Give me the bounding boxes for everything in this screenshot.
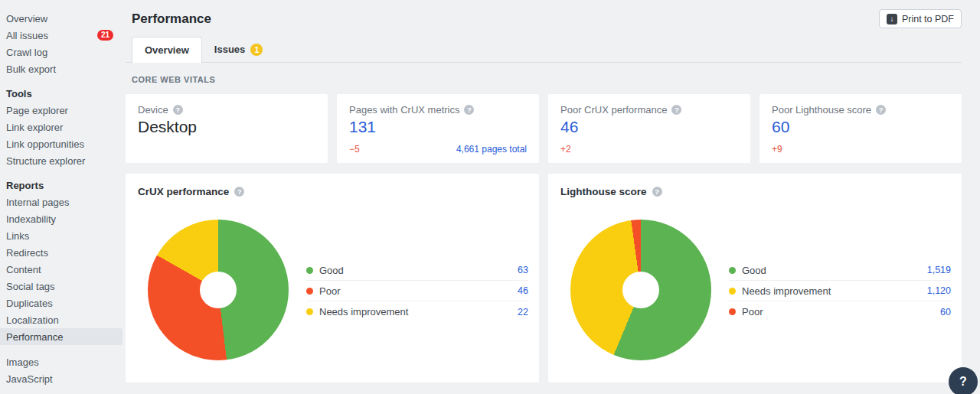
- stat-card-poor-lighthouse-score-value[interactable]: 60: [772, 118, 949, 136]
- page-title: Performance: [132, 11, 211, 27]
- delta-value: +9: [772, 144, 782, 155]
- sidebar-item-label: Social tags: [6, 281, 55, 292]
- sidebar-item-content[interactable]: Content: [0, 261, 122, 278]
- legend-dot-good: [306, 267, 313, 274]
- sidebar-item-label: Internal pages: [6, 197, 69, 208]
- crux-performance-chart-card: CrUX performance Good63Poor46Needs impro…: [126, 174, 539, 383]
- lighthouse-score-chart-title-row: Lighthouse score: [560, 186, 662, 197]
- legend-dot-needs-improvement: [729, 288, 736, 295]
- print-to-pdf-button[interactable]: Print to PDF: [879, 9, 962, 28]
- legend-value-link[interactable]: 46: [518, 285, 528, 296]
- core-web-vitals-section-label: CORE WEB VITALS: [132, 75, 962, 84]
- legend-value-link[interactable]: 1,120: [927, 285, 951, 296]
- sidebar-item-label: Duplicates: [6, 298, 53, 309]
- stat-cards-row: Device Desktop Pages with CrUX metrics 1…: [126, 94, 962, 163]
- help-circle-icon[interactable]: [464, 105, 474, 115]
- sidebar-group: ToolsPage explorerLink explorerLink oppo…: [0, 85, 122, 169]
- help-circle-icon[interactable]: [876, 105, 886, 115]
- lighthouse-score-donut[interactable]: [570, 220, 711, 360]
- help-button[interactable]: ?: [949, 367, 978, 394]
- help-circle-icon[interactable]: [234, 187, 244, 197]
- sidebar-item-images[interactable]: Images: [0, 353, 122, 370]
- legend-value-link[interactable]: 1,519: [927, 265, 951, 275]
- stat-card-poor-crux-performance-footer: +2: [560, 144, 738, 155]
- sidebar-item-indexability[interactable]: Indexability: [0, 210, 122, 227]
- legend-row-poor: Poor60: [729, 301, 951, 322]
- sidebar-section-header-tools: Tools: [0, 85, 122, 102]
- sidebar-item-javascript[interactable]: JavaScript: [0, 370, 122, 387]
- legend-label: Needs improvement: [742, 285, 831, 297]
- stat-card-device-value: Desktop: [138, 118, 315, 136]
- charts-row: CrUX performance Good63Poor46Needs impro…: [126, 174, 962, 383]
- legend-row-poor: Poor46: [306, 281, 528, 301]
- sidebar-item-label: Link opportunities: [6, 138, 84, 150]
- stat-card-poor-crux-performance-label: Poor CrUX performance: [560, 104, 667, 116]
- tab-bar: Overview Issues 1: [126, 37, 962, 63]
- stat-card-device-label: Device: [138, 104, 168, 116]
- sidebar-item-label: JavaScript: [6, 373, 53, 385]
- stat-card-device-label-row: Device: [138, 104, 315, 116]
- issues-count-badge: 1: [250, 44, 263, 56]
- crux-performance-chart-title-row: CrUX performance: [138, 186, 244, 197]
- stat-card-pages-with-crux-metrics-value[interactable]: 131: [349, 118, 527, 136]
- legend-row-needs-improvement: Needs improvement22: [306, 301, 528, 322]
- legend-value-link[interactable]: 22: [518, 307, 528, 317]
- legend-value-link[interactable]: 63: [518, 265, 528, 275]
- sidebar-item-label: Overview: [6, 13, 47, 24]
- sidebar-item-label: All issues: [6, 30, 48, 41]
- sidebar-item-page-explorer[interactable]: Page explorer: [0, 102, 122, 119]
- sidebar-item-redirects[interactable]: Redirects: [0, 244, 122, 261]
- legend-label: Poor: [319, 285, 340, 297]
- sidebar: OverviewAll issues21Crawl logBulk export…: [0, 0, 122, 387]
- sidebar-item-duplicates[interactable]: Duplicates: [0, 295, 122, 311]
- sidebar-item-bulk-export[interactable]: Bulk export: [0, 60, 122, 77]
- sidebar-item-performance[interactable]: Performance: [0, 328, 122, 345]
- tab-issues-label: Issues: [214, 44, 245, 55]
- sidebar-group: OverviewAll issues21Crawl logBulk export: [0, 10, 122, 77]
- lighthouse-score-chart-card: Lighthouse score Good1,519Needs improvem…: [548, 174, 962, 383]
- legend-dot-needs-improvement: [306, 308, 313, 315]
- help-circle-icon[interactable]: [173, 105, 183, 115]
- sidebar-item-links[interactable]: Links: [0, 227, 122, 244]
- delta-value: −5: [349, 144, 360, 155]
- pages-total-link[interactable]: 4,661 pages total: [456, 144, 527, 155]
- sidebar-group: ReportsInternal pagesIndexabilityLinksRe…: [0, 177, 122, 345]
- legend-dot-poor: [729, 308, 736, 315]
- stat-card-device: Device Desktop: [126, 94, 328, 163]
- stat-card-poor-crux-performance-value[interactable]: 46: [560, 118, 738, 136]
- all-issues-count-badge: 21: [97, 30, 113, 41]
- legend-label: Good: [742, 265, 766, 276]
- help-circle-icon[interactable]: [652, 187, 662, 197]
- legend-dot-good: [729, 267, 736, 274]
- sidebar-item-label: Localization: [6, 314, 59, 326]
- sidebar-item-crawl-log[interactable]: Crawl log: [0, 44, 122, 60]
- sidebar-item-link-explorer[interactable]: Link explorer: [0, 119, 122, 135]
- stat-card-pages-with-crux-metrics: Pages with CrUX metrics 131 −5 4,661 pag…: [337, 94, 539, 163]
- tab-issues[interactable]: Issues 1: [202, 37, 275, 62]
- legend-row-good: Good63: [306, 260, 528, 281]
- legend-value-link[interactable]: 60: [940, 307, 951, 317]
- sidebar-item-label: Structure explorer: [6, 155, 85, 167]
- sidebar-item-social-tags[interactable]: Social tags: [0, 278, 122, 295]
- stat-card-pages-with-crux-metrics-label: Pages with CrUX metrics: [349, 104, 459, 116]
- sidebar-item-label: Images: [6, 357, 39, 368]
- print-to-pdf-label: Print to PDF: [902, 14, 954, 24]
- sidebar-group: ImagesJavaScript: [0, 353, 122, 387]
- sidebar-item-internal-pages[interactable]: Internal pages: [0, 194, 122, 210]
- sidebar-section-header-reports: Reports: [0, 177, 122, 194]
- stat-card-poor-lighthouse-score: Poor Lighthouse score 60 +9: [760, 94, 962, 163]
- tab-overview[interactable]: Overview: [132, 37, 202, 63]
- stat-card-poor-lighthouse-score-label: Poor Lighthouse score: [772, 104, 871, 116]
- help-circle-icon[interactable]: [671, 105, 681, 115]
- delta-value: +2: [560, 144, 571, 155]
- sidebar-item-label: Page explorer: [6, 105, 68, 116]
- sidebar-item-label: Content: [6, 264, 41, 275]
- sidebar-item-localization[interactable]: Localization: [0, 311, 122, 328]
- sidebar-item-overview[interactable]: Overview: [0, 10, 122, 27]
- sidebar-item-all-issues[interactable]: All issues21: [0, 27, 122, 44]
- topbar: Performance Print to PDF: [126, 9, 962, 28]
- stat-card-poor-lighthouse-score-footer: +9: [772, 144, 949, 155]
- sidebar-item-structure-explorer[interactable]: Structure explorer: [0, 152, 122, 169]
- crux-performance-donut[interactable]: [148, 220, 289, 360]
- sidebar-item-link-opportunities[interactable]: Link opportunities: [0, 135, 122, 152]
